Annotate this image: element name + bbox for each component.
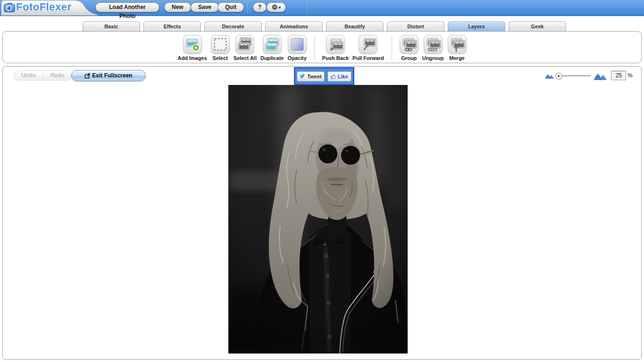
merge-icon bbox=[448, 35, 467, 54]
tool-add-images[interactable]: Add Images bbox=[177, 35, 207, 61]
tool-label: Add Images bbox=[177, 55, 207, 61]
tool-ungroup[interactable]: Ungroup bbox=[422, 35, 444, 61]
tool-label: Push Back bbox=[322, 55, 349, 61]
tweet-label: Tweet bbox=[307, 74, 321, 79]
tool-label: Select All bbox=[234, 55, 257, 61]
tab-animations[interactable]: Animations bbox=[265, 21, 323, 32]
zoom-slider-thumb[interactable] bbox=[555, 73, 562, 80]
tool-opacity[interactable]: Opacity bbox=[287, 35, 306, 61]
social-buttons-highlight: Tweet Like bbox=[294, 67, 354, 85]
header-divider bbox=[247, 2, 248, 13]
zoom-slider-track[interactable] bbox=[556, 75, 591, 76]
undo-button[interactable]: Undo bbox=[14, 71, 43, 80]
tool-select[interactable]: Select bbox=[211, 35, 230, 61]
select-all-icon bbox=[235, 35, 254, 54]
tweet-button[interactable]: Tweet bbox=[297, 71, 324, 82]
exit-fullscreen-button[interactable]: Exit Fullscreen bbox=[71, 70, 146, 81]
save-button[interactable]: Save bbox=[191, 2, 219, 12]
gear-icon: ⚙ bbox=[272, 3, 278, 11]
tab-decorate[interactable]: Decorate bbox=[204, 21, 262, 32]
settings-button[interactable]: ⚙▾ bbox=[267, 2, 286, 12]
tool-label: Select bbox=[213, 55, 228, 61]
ungroup-icon bbox=[424, 35, 443, 54]
app-logo: FotoFlexer bbox=[0, 0, 99, 16]
header-divider bbox=[307, 2, 307, 13]
tool-label: Opacity bbox=[287, 55, 306, 61]
exit-fullscreen-icon bbox=[84, 73, 91, 79]
workspace-panel: Undo Redo Exit Fullscreen Tweet bbox=[2, 66, 642, 360]
new-button[interactable]: New bbox=[164, 2, 191, 12]
toolbar-panel: Add Images Select Select All bbox=[2, 31, 642, 63]
tool-group[interactable]: Group bbox=[400, 35, 418, 61]
tool-label: Ungroup bbox=[422, 55, 444, 61]
twitter-bird-icon bbox=[300, 74, 306, 79]
tool-push-back[interactable]: Push Back bbox=[322, 35, 349, 61]
opacity-icon bbox=[288, 35, 307, 54]
zoom-in-icon[interactable] bbox=[594, 71, 607, 80]
tool-label: Duplicate bbox=[260, 55, 284, 61]
tool-label: Pull Forward bbox=[352, 55, 384, 61]
tool-duplicate[interactable]: Duplicate bbox=[260, 35, 284, 61]
zoom-percent-label: % bbox=[627, 72, 633, 79]
zoom-percent-input[interactable] bbox=[611, 71, 626, 80]
push-back-icon bbox=[326, 35, 345, 54]
tab-distort[interactable]: Distort bbox=[387, 21, 444, 32]
tool-pull-forward[interactable]: Pull Forward bbox=[352, 35, 384, 61]
undo-redo-group: Undo Redo bbox=[14, 70, 72, 81]
tab-effects[interactable]: Effects bbox=[143, 21, 201, 32]
toolbar-divider bbox=[314, 36, 315, 60]
group-icon bbox=[400, 35, 418, 54]
canvas-photo[interactable] bbox=[228, 85, 408, 354]
exit-fullscreen-label: Exit Fullscreen bbox=[92, 72, 132, 79]
tab-bar: Basic Effects Decorate Animations Beauti… bbox=[83, 21, 566, 32]
tab-beautify[interactable]: Beautify bbox=[326, 21, 384, 32]
thumbs-up-icon bbox=[331, 74, 336, 79]
add-images-icon bbox=[183, 35, 202, 54]
header-bar: FotoFlexer Load Another Photo New Save Q… bbox=[0, 0, 644, 16]
logo-text: FotoFlexer bbox=[16, 1, 71, 13]
like-button[interactable]: Like bbox=[327, 71, 351, 82]
caret-down-icon: ▾ bbox=[279, 5, 281, 10]
tool-label: Group bbox=[401, 55, 417, 61]
redo-button[interactable]: Redo bbox=[43, 71, 72, 80]
pull-forward-icon bbox=[359, 35, 377, 54]
select-icon bbox=[211, 35, 230, 54]
like-label: Like bbox=[338, 74, 348, 79]
toolbar-divider bbox=[392, 36, 392, 60]
duplicate-icon bbox=[263, 35, 282, 54]
camera-icon bbox=[4, 3, 15, 14]
tab-geek[interactable]: Geek bbox=[509, 21, 566, 32]
load-another-photo-button[interactable]: Load Another Photo bbox=[95, 2, 159, 12]
zoom-control: % bbox=[545, 69, 633, 82]
tool-merge[interactable]: Merge bbox=[448, 35, 467, 61]
help-button[interactable]: ? bbox=[253, 2, 267, 12]
quit-button[interactable]: Quit bbox=[217, 2, 244, 12]
tool-label: Merge bbox=[449, 55, 464, 61]
tab-layers[interactable]: Layers bbox=[448, 21, 505, 32]
tool-select-all[interactable]: Select All bbox=[234, 35, 257, 61]
zoom-out-icon[interactable] bbox=[545, 72, 555, 79]
tab-basic[interactable]: Basic bbox=[83, 21, 140, 32]
